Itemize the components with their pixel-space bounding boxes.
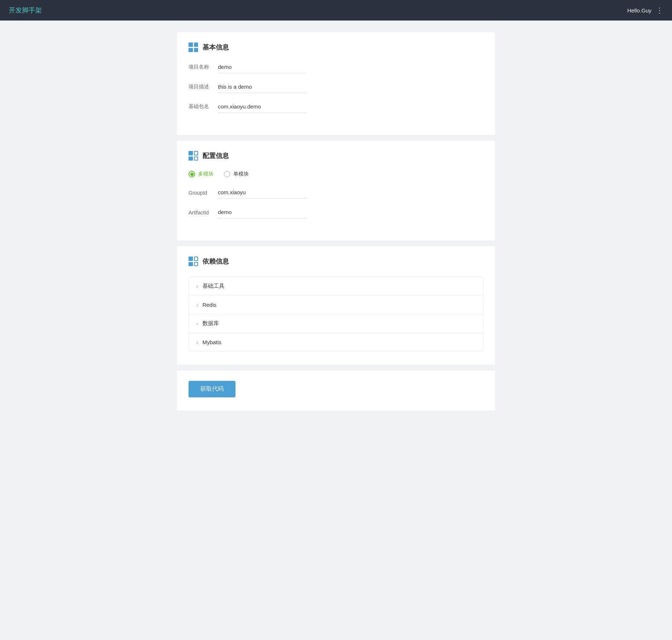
project-name-row: 项目名称 [189,62,483,73]
project-desc-row: 项目描述 [189,82,483,93]
grid-cell-empty [194,151,198,155]
dep-label-basic-tools: 基础工具 [202,283,224,290]
dep-info-section: 依赖信息 › 基础工具 › Redis › 数据库 › Mybatis [177,246,495,365]
config-info-title: 配置信息 [202,151,229,160]
header-user: Hello.Guy [627,7,651,14]
project-package-input[interactable] [218,102,306,113]
grid-cell [194,43,198,47]
group-id-row: GroupId [189,188,483,199]
action-section: 获取代码 [177,371,495,411]
dep-info-title: 依赖信息 [202,257,229,266]
artifact-id-input[interactable] [218,207,306,218]
grid-cell-filled [189,151,193,155]
project-desc-input[interactable] [218,82,306,93]
basic-info-icon [189,43,198,52]
dep-label-redis: Redis [202,302,216,308]
basic-info-header: 基本信息 [189,43,483,52]
dep-label-mybatis: Mybatis [202,339,222,345]
grid-cell [194,48,198,52]
grid-cell-empty [194,257,198,261]
dep-info-icon [189,257,198,266]
grid-cell [189,43,193,47]
dep-item-redis[interactable]: › Redis [189,296,483,314]
dep-info-header: 依赖信息 [189,257,483,266]
config-info-icon [189,151,198,161]
header-right: Hello.Guy ⋮ [627,7,663,14]
grid-partial-icon-dep [189,257,198,266]
radio-label-single: 单模块 [233,171,249,177]
project-desc-label: 项目描述 [189,84,218,93]
radio-label-multi: 多模块 [198,171,213,177]
grid-cell-filled [189,262,193,266]
config-info-section: 配置信息 多模块 单模块 GroupId ArtifactId [177,141,495,240]
artifact-id-row: ArtifactId [189,207,483,218]
grid-cell-empty [194,157,198,161]
config-info-header: 配置信息 [189,151,483,161]
project-package-label: 基础包名 [189,103,218,113]
chevron-right-icon: › [196,339,198,345]
artifact-id-label: ArtifactId [189,210,218,218]
project-name-label: 项目名称 [189,64,218,73]
basic-info-title: 基本信息 [202,43,229,52]
dependency-list: › 基础工具 › Redis › 数据库 › Mybatis [189,276,483,352]
project-package-row: 基础包名 [189,102,483,113]
main-content: 基本信息 项目名称 项目描述 基础包名 配置信息 [171,21,501,422]
app-title: 开发脚手架 [9,6,42,15]
app-header: 开发脚手架 Hello.Guy ⋮ [0,0,672,21]
grid-cell-filled [189,257,193,261]
chevron-right-icon: › [196,302,198,308]
get-code-button[interactable]: 获取代码 [189,381,235,397]
grid-cell [189,48,193,52]
group-id-input[interactable] [218,188,306,199]
grid-cell-filled [189,157,193,161]
project-name-input[interactable] [218,62,306,73]
grid-cell-empty [194,262,198,266]
radio-circle-multi [189,171,195,177]
radio-multi-module[interactable]: 多模块 [189,171,213,177]
group-id-label: GroupId [189,190,218,199]
dep-item-basic-tools[interactable]: › 基础工具 [189,277,483,296]
radio-single-module[interactable]: 单模块 [224,171,249,177]
module-radio-group: 多模块 单模块 [189,171,483,177]
dep-item-database[interactable]: › 数据库 [189,314,483,333]
chevron-right-icon: › [196,321,198,327]
grid-partial-icon [189,151,198,161]
radio-circle-single [224,171,230,177]
basic-info-section: 基本信息 项目名称 项目描述 基础包名 [177,32,495,135]
grid-full-icon [189,43,198,52]
dep-item-mybatis[interactable]: › Mybatis [189,333,483,351]
menu-icon[interactable]: ⋮ [656,7,663,14]
dep-label-database: 数据库 [202,320,219,327]
chevron-right-icon: › [196,283,198,289]
